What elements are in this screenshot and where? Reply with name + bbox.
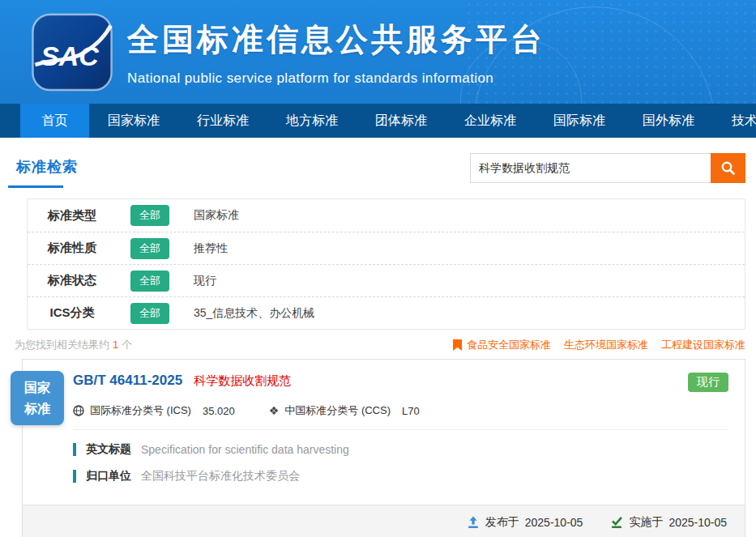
summary-suffix: 个: [122, 339, 132, 351]
search-icon: [720, 160, 736, 176]
nav-tab-foreign-standards[interactable]: 国外标准: [624, 104, 713, 138]
section-title-standard-search: 标准检索: [16, 157, 78, 177]
filter-label: 标准性质: [35, 241, 109, 256]
implemented-date: 2025-10-05: [668, 516, 727, 529]
field-value: Specification for scientific data harves…: [141, 443, 349, 456]
ccs-label: 中国标准分类号 (CCS): [284, 403, 391, 418]
result-summary-line: 为您找到相关结果约1个 食品安全国家标准 生态环境国家标准 工程建设国家标准: [15, 338, 745, 352]
standard-type-badge[interactable]: 国家 标准: [11, 371, 64, 425]
badge-line2: 标准: [24, 398, 50, 420]
nav-tab-technical-regulations[interactable]: 技术法规: [713, 104, 756, 138]
nav-tab-group-standards[interactable]: 团体标准: [357, 104, 446, 138]
search-input[interactable]: [470, 153, 711, 183]
nav-tab-enterprise-standards[interactable]: 企业标准: [446, 104, 535, 138]
field-accent-bar: [73, 470, 76, 483]
main-nav: 首页 国家标准 行业标准 地方标准 团体标准 企业标准 国际标准 国外标准 技术…: [0, 104, 756, 138]
filter-row-standard-nature: 标准性质 全部 推荐性: [28, 232, 745, 264]
link-eco-environment-standards[interactable]: 生态环境国家标准: [564, 338, 648, 352]
link-engineering-construction-standards[interactable]: 工程建设国家标准: [661, 338, 745, 352]
search-section: 标准检索: [0, 138, 756, 197]
standard-code-link[interactable]: GB/T 46411-2025: [73, 373, 182, 389]
nav-tab-local-standards[interactable]: 地方标准: [267, 104, 357, 138]
classification-row: 国际标准分类号 (ICS) 35.020 ❖ 中国标准分类号 (CCS) L70: [73, 403, 728, 418]
site-title: 全国标准信息公共服务平台: [127, 18, 545, 62]
field-accent-bar: [73, 443, 76, 456]
field-label: 英文标题: [86, 442, 131, 457]
filter-label: 标准状态: [35, 273, 109, 288]
published-date-item: 发布于 2025-10-05: [467, 515, 583, 530]
published-date: 2025-10-05: [525, 516, 583, 529]
nav-tab-industry-standards[interactable]: 行业标准: [178, 104, 267, 138]
field-label: 归口单位: [86, 469, 131, 484]
filter-all-button[interactable]: 全部: [130, 205, 169, 226]
filter-all-button[interactable]: 全部: [130, 271, 169, 292]
card-divider: [73, 429, 728, 430]
compass-icon: ❖: [269, 404, 280, 417]
publish-upload-icon: [467, 516, 480, 529]
nav-tab-international-standards[interactable]: 国际标准: [535, 104, 624, 138]
implemented-label: 实施于: [629, 515, 663, 530]
status-badge: 现行: [688, 373, 728, 392]
ics-label: 国际标准分类号 (ICS): [90, 403, 191, 418]
site-subtitle: National public service platform for sta…: [127, 70, 545, 87]
summary-prefix: 为您找到相关结果约: [15, 339, 109, 351]
standard-title[interactable]: 科学数据收割规范: [194, 373, 291, 389]
nav-tab-national-standards[interactable]: 国家标准: [89, 104, 178, 138]
field-row-competent-committee: 归口单位 全国科技平台标准化技术委员会: [73, 469, 728, 484]
ccs-value: L70: [402, 405, 420, 417]
filter-row-standard-type: 标准类型 全部 国家标准: [28, 199, 745, 232]
sac-logo[interactable]: SAC: [31, 13, 113, 92]
filter-all-button[interactable]: 全部: [130, 303, 169, 324]
site-header: SAC 全国标准信息公共服务平台 National public service…: [0, 0, 756, 104]
filter-option-selected[interactable]: 35_信息技术、办公机械: [194, 306, 314, 321]
bookmark-icon: [453, 339, 462, 351]
filter-label: ICS分类: [35, 305, 109, 321]
field-value: 全国科技平台标准化技术委员会: [141, 469, 300, 484]
globe-icon: [73, 405, 84, 416]
filter-option-selected[interactable]: 推荐性: [194, 241, 228, 256]
quick-links: 食品安全国家标准 生态环境国家标准 工程建设国家标准: [453, 338, 745, 352]
ics-classification: 国际标准分类号 (ICS) 35.020: [73, 403, 235, 418]
published-label: 发布于: [485, 515, 519, 530]
ccs-classification: ❖ 中国标准分类号 (CCS) L70: [269, 403, 420, 418]
result-count: 1: [113, 339, 118, 351]
badge-line1: 国家: [24, 377, 50, 398]
ics-value: 35.020: [203, 405, 235, 417]
filter-row-ics-category: ICS分类 全部 35_信息技术、办公机械: [28, 296, 745, 329]
search-button[interactable]: [711, 153, 745, 183]
filter-row-standard-status: 标准状态 全部 现行: [28, 264, 745, 296]
section-title-underline: [8, 185, 63, 188]
result-summary: 为您找到相关结果约1个: [15, 338, 132, 352]
nav-tab-home[interactable]: 首页: [20, 104, 89, 138]
implemented-date-item: 实施于 2025-10-05: [610, 515, 727, 530]
logo-text: SAC: [41, 40, 99, 71]
filter-option-selected[interactable]: 国家标准: [194, 208, 239, 223]
card-footer: 发布于 2025-10-05 实施于 2025-10-05: [23, 505, 745, 537]
field-row-english-title: 英文标题 Specification for scientific data h…: [73, 442, 728, 457]
filter-option-selected[interactable]: 现行: [194, 274, 216, 288]
standard-result-card: 国家 标准 现行 GB/T 46411-2025 科学数据收割规范 国际标准分类…: [22, 359, 745, 537]
implement-check-icon: [610, 516, 623, 529]
filter-all-button[interactable]: 全部: [130, 238, 169, 259]
link-food-safety-standards[interactable]: 食品安全国家标准: [467, 338, 551, 352]
filter-label: 标准类型: [35, 208, 109, 224]
filter-panel: 标准类型 全部 国家标准 标准性质 全部 推荐性 标准状态 全部 现行 ICS分…: [27, 198, 745, 330]
